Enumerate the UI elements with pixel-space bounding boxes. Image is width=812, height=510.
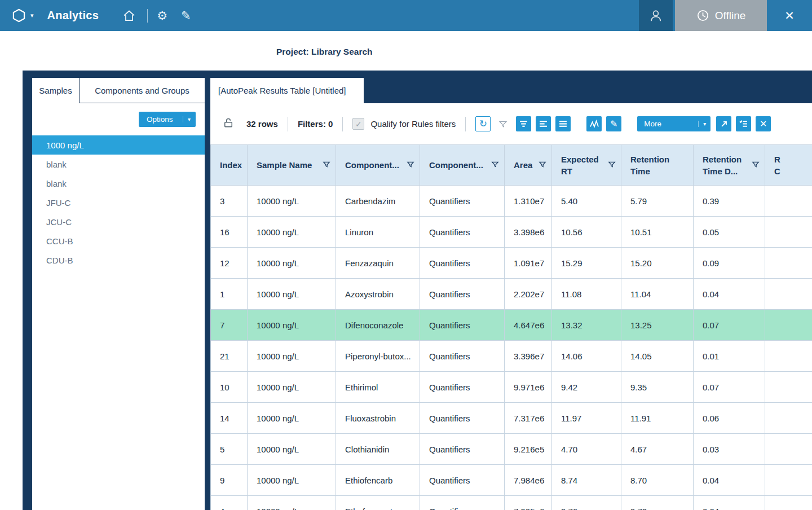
- filter-icon[interactable]: [539, 160, 546, 170]
- cell-rt-delta: 0.04: [694, 465, 765, 496]
- gear-icon[interactable]: ⚙: [157, 10, 167, 21]
- home-icon[interactable]: [122, 9, 136, 23]
- filter-icon[interactable]: [752, 160, 760, 170]
- table-row[interactable]: 4 10000 ng/L Ethofumesate Quantifiers 7.…: [211, 496, 812, 510]
- table-row[interactable]: 16 10000 ng/L Linuron Quantifiers 3.398e…: [211, 217, 812, 248]
- sample-label: CCU-B: [46, 236, 73, 246]
- app-logo[interactable]: ▾: [11, 8, 34, 23]
- sample-list-item[interactable]: CCU-B: [32, 231, 205, 250]
- cell-component-type: Quantifiers: [420, 403, 505, 434]
- cell-retention-time: 10.51: [621, 217, 694, 248]
- peaks-icon: [590, 120, 599, 128]
- filter-icon[interactable]: [608, 160, 616, 170]
- table-row[interactable]: 14 10000 ng/L Fluoxastrobin Quantifiers …: [211, 403, 812, 434]
- results-table-surface: 32 rows Filters: 0 ✓ Qualify for Rules f…: [210, 103, 812, 510]
- offline-clock-icon: [696, 9, 709, 22]
- sample-label: JCU-C: [46, 217, 72, 227]
- column-header[interactable]: Sample Name: [248, 145, 336, 186]
- cell-index: 10: [211, 372, 248, 403]
- table-row[interactable]: 1 10000 ng/L Azoxystrobin Quantifiers 2.…: [211, 279, 812, 310]
- sample-list-item[interactable]: JCU-C: [32, 212, 205, 231]
- table-row[interactable]: 5 10000 ng/L Clothianidin Quantifiers 9.…: [211, 434, 812, 465]
- cell-sample-name: 10000 ng/L: [248, 248, 336, 279]
- cell-sample-name: 10000 ng/L: [248, 465, 336, 496]
- refresh-button[interactable]: ↻: [475, 116, 491, 131]
- cell-retention-time: 15.20: [621, 248, 694, 279]
- column-header[interactable]: Retention Time: [621, 145, 694, 186]
- filter-icon[interactable]: [491, 160, 499, 170]
- list-icon: [559, 120, 567, 128]
- results-table-tab[interactable]: [AutoPeak Results Table [Untitled]: [210, 78, 364, 103]
- options-button[interactable]: Options ▾: [139, 112, 196, 127]
- table-row[interactable]: 7 10000 ng/L Difenoconazole Quantifiers …: [211, 310, 812, 341]
- tab-samples[interactable]: Samples: [32, 78, 80, 103]
- lock-icon[interactable]: [223, 117, 234, 131]
- column-header-label: Sample Name: [257, 159, 321, 171]
- filter-icon[interactable]: [407, 160, 414, 170]
- cell-area: 9.971e6: [505, 372, 552, 403]
- checklist-button[interactable]: [736, 116, 751, 131]
- cell-area: 7.905e6: [505, 496, 552, 510]
- column-header-label: Retention Time D...: [703, 153, 750, 177]
- cell-rt-confidence: [765, 496, 812, 510]
- cell-expected-rt: 9.42: [552, 372, 621, 403]
- table-row[interactable]: 21 10000 ng/L Piperonyl-butox... Quantif…: [211, 341, 812, 372]
- cell-component-name: Ethofumesate: [336, 496, 420, 510]
- sample-list-item[interactable]: CDU-B: [32, 250, 205, 270]
- qualify-rules-label: Qualify for Rules filters: [370, 119, 456, 129]
- column-header[interactable]: Index: [211, 145, 248, 186]
- tab-components-and-groups[interactable]: Components and Groups: [80, 78, 205, 103]
- cell-index: 14: [211, 403, 248, 434]
- sample-list-item[interactable]: blank: [32, 155, 205, 174]
- cell-index: 12: [211, 248, 248, 279]
- column-header[interactable]: Expected RT: [552, 145, 621, 186]
- table-row[interactable]: 10 10000 ng/L Ethirimol Quantifiers 9.97…: [211, 372, 812, 403]
- sample-list-item[interactable]: JFU-C: [32, 193, 205, 212]
- app-title: Analytics: [47, 9, 99, 22]
- edit-chart-icon[interactable]: ✎: [181, 10, 191, 21]
- checklist-icon: [739, 120, 748, 128]
- list-view-button[interactable]: [555, 116, 571, 131]
- cell-sample-name: 10000 ng/L: [248, 217, 336, 248]
- user-button[interactable]: [639, 0, 673, 31]
- cell-rt-delta: 0.03: [694, 434, 765, 465]
- cell-sample-name: 10000 ng/L: [248, 341, 336, 372]
- cell-expected-rt: 13.32: [552, 310, 621, 341]
- cell-sample-name: 10000 ng/L: [248, 279, 336, 310]
- filter-rows-button[interactable]: [516, 116, 531, 131]
- sample-label: CDU-B: [46, 256, 73, 265]
- filter-lines-icon: [519, 120, 528, 128]
- chevron-down-icon[interactable]: ▾: [30, 12, 34, 19]
- more-dropdown-button[interactable]: More ▾: [637, 116, 710, 131]
- cell-sample-name: 10000 ng/L: [248, 434, 336, 465]
- cell-rt-confidence: [765, 434, 812, 465]
- sample-list-item[interactable]: blank: [32, 174, 205, 193]
- sample-label: blank: [46, 160, 67, 169]
- close-app-button[interactable]: ✕: [767, 0, 812, 31]
- qualify-checkbox[interactable]: ✓: [352, 118, 364, 130]
- filter-icon[interactable]: [323, 160, 330, 170]
- column-header[interactable]: Component...: [336, 145, 420, 186]
- annotate-button[interactable]: ✎: [606, 116, 621, 131]
- table-row[interactable]: 12 10000 ng/L Fenzazaquin Quantifiers 1.…: [211, 248, 812, 279]
- sample-list-item[interactable]: 1000 ng/L: [32, 135, 205, 155]
- cell-component-type: Quantifiers: [420, 341, 505, 372]
- cell-sample-name: 10000 ng/L: [248, 372, 336, 403]
- expand-icon: [720, 120, 728, 128]
- close-table-button[interactable]: ✕: [756, 116, 771, 131]
- table-row[interactable]: 9 10000 ng/L Ethiofencarb Quantifiers 7.…: [211, 465, 812, 496]
- column-header[interactable]: Retention Time D...: [694, 145, 765, 186]
- cell-expected-rt: 5.40: [552, 186, 621, 217]
- cell-component-name: Azoxystrobin: [336, 279, 420, 310]
- group-rows-button[interactable]: [536, 116, 551, 131]
- show-peaks-button[interactable]: [586, 116, 602, 131]
- cell-area: 3.396e7: [505, 341, 552, 372]
- cell-retention-time: 13.25: [621, 310, 694, 341]
- column-header[interactable]: Component...: [420, 145, 505, 186]
- toolbar-separator: [288, 117, 288, 131]
- column-header[interactable]: R C: [765, 145, 812, 186]
- column-header[interactable]: Area: [505, 145, 552, 186]
- table-row[interactable]: 3 10000 ng/L Carbendazim Quantifiers 1.3…: [211, 186, 812, 217]
- expand-table-button[interactable]: [716, 116, 731, 131]
- cell-retention-time: 4.67: [621, 434, 694, 465]
